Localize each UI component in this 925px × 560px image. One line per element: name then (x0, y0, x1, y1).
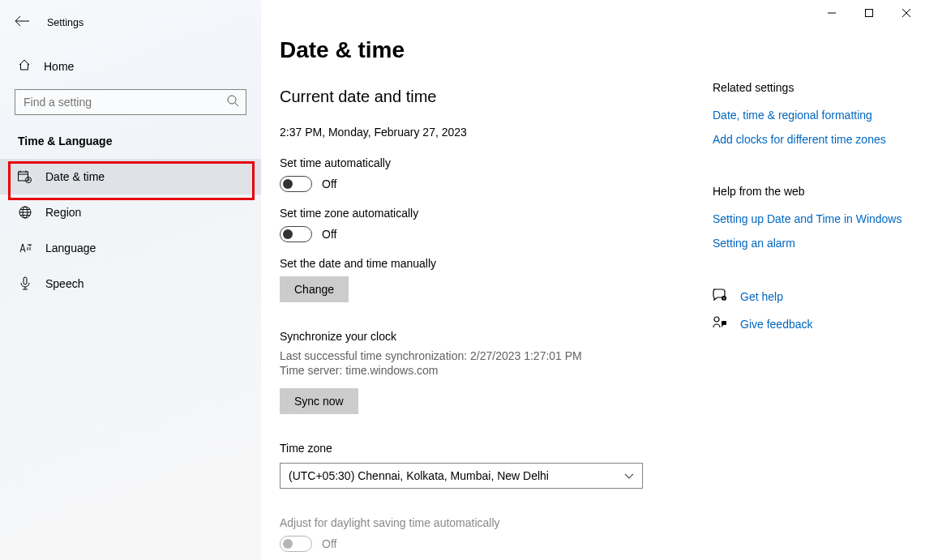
link-give-feedback[interactable]: Give feedback (740, 318, 813, 331)
toggle-dst (280, 536, 312, 552)
sidebar-item-language[interactable]: Language (0, 230, 261, 266)
sync-server: Time server: time.windows.com (280, 364, 685, 377)
link-get-help[interactable]: Get help (740, 290, 783, 303)
sync-now-button[interactable]: Sync now (280, 388, 358, 414)
toggle-state: Off (322, 177, 336, 190)
change-button[interactable]: Change (280, 276, 349, 302)
window-title: Settings (47, 17, 84, 28)
help-icon: ? (713, 289, 727, 305)
related-settings-heading: Related settings (713, 81, 907, 94)
svg-point-9 (714, 317, 719, 322)
back-icon[interactable] (15, 15, 29, 30)
close-button[interactable] (888, 0, 925, 26)
home-icon (18, 58, 31, 75)
svg-rect-6 (24, 277, 27, 284)
setting-label: Set the date and time manually (280, 257, 685, 270)
help-heading: Help from the web (713, 185, 907, 198)
timezone-dropdown[interactable]: (UTC+05:30) Chennai, Kolkata, Mumbai, Ne… (280, 463, 643, 489)
sidebar-item-label: Speech (45, 277, 84, 290)
svg-rect-2 (19, 172, 28, 181)
sync-last: Last successful time synchronization: 2/… (280, 349, 685, 362)
minimize-button[interactable] (813, 0, 850, 26)
svg-rect-0 (866, 10, 873, 17)
sidebar-item-label: Region (45, 206, 81, 219)
link-help-alarm[interactable]: Setting an alarm (713, 237, 907, 250)
toggle-state: Off (322, 228, 336, 241)
timezone-value: (UTC+05:30) Chennai, Kolkata, Mumbai, Ne… (289, 469, 549, 482)
sidebar-item-date-time[interactable]: Date & time (0, 159, 261, 195)
sidebar-home[interactable]: Home (0, 50, 261, 83)
search-icon (227, 95, 239, 109)
svg-point-1 (228, 96, 236, 104)
svg-rect-10 (722, 321, 726, 325)
sidebar-item-speech[interactable]: Speech (0, 266, 261, 301)
microphone-icon (18, 276, 32, 291)
link-help-datetime[interactable]: Setting up Date and Time in Windows (713, 212, 907, 225)
chevron-down-icon (624, 469, 634, 482)
section-heading: Current date and time (280, 88, 685, 106)
setting-label: Time zone (280, 442, 685, 455)
setting-label: Adjust for daylight saving time automati… (280, 516, 685, 529)
search-input[interactable] (24, 96, 218, 109)
link-add-clocks[interactable]: Add clocks for different time zones (713, 133, 907, 146)
search-box[interactable] (15, 89, 246, 115)
toggle-state: Off (322, 537, 336, 550)
sidebar-home-label: Home (44, 60, 74, 73)
sidebar-item-region[interactable]: Region (0, 195, 261, 230)
right-column: Related settings Date, time & regional f… (713, 81, 907, 344)
language-icon (18, 242, 32, 254)
setting-label: Set time zone automatically (280, 207, 685, 220)
page-title: Date & time (280, 37, 685, 63)
setting-label: Set time automatically (280, 156, 685, 169)
sidebar-item-label: Language (45, 242, 96, 254)
globe-icon (18, 206, 32, 219)
current-datetime: 2:37 PM, Monday, February 27, 2023 (280, 126, 685, 139)
maximize-button[interactable] (850, 0, 888, 26)
toggle-set-time-auto[interactable] (280, 176, 312, 192)
sidebar: Settings Home Time & Language Date & tim… (0, 0, 261, 560)
main-content: Date & time Current date and time 2:37 P… (280, 37, 685, 552)
sidebar-item-label: Date & time (45, 170, 105, 183)
window-controls (813, 0, 925, 26)
section-heading: Synchronize your clock (280, 330, 685, 343)
svg-text:?: ? (723, 297, 726, 301)
sidebar-category: Time & Language (0, 115, 261, 159)
link-date-time-regional[interactable]: Date, time & regional formatting (713, 109, 907, 122)
feedback-icon (713, 316, 727, 332)
toggle-set-tz-auto[interactable] (280, 226, 312, 242)
calendar-clock-icon (18, 170, 32, 183)
